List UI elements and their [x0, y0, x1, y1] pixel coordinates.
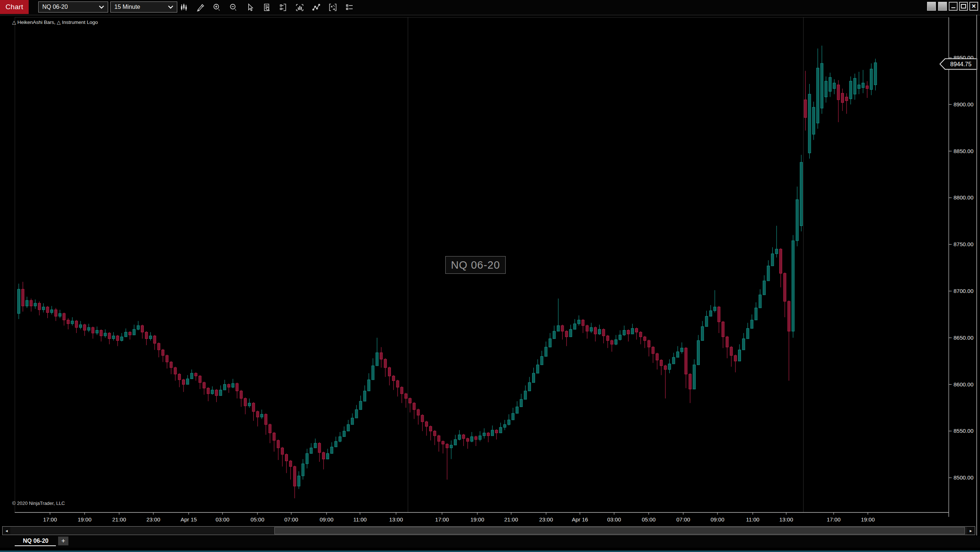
heikenashi-bar-up: [631, 324, 633, 334]
heikenashi-bar-up: [42, 303, 45, 313]
heikenashi-bar-up: [326, 449, 329, 459]
price-tick-label: 8700.00: [953, 288, 974, 294]
heikenashi-bar-up: [713, 290, 716, 313]
heikenashi-bar-up: [483, 428, 485, 439]
heikenashi-bar-down: [30, 298, 32, 312]
heikenashi-bar-down: [788, 300, 790, 381]
heikenashi-bar-up: [471, 432, 473, 442]
heikenashi-bar-up: [125, 328, 127, 337]
heikenashi-bar-down: [611, 340, 613, 352]
heikenashi-bar-down: [178, 373, 181, 387]
chart-canvas[interactable]: 8950.008900.008850.008800.008750.008700.…: [0, 0, 980, 552]
heikenashi-bar-up: [71, 317, 73, 326]
heikenashi-bar-up: [335, 437, 337, 447]
heikenashi-bar-down: [685, 347, 687, 388]
heikenashi-bar-down: [446, 443, 448, 480]
heikenashi-bar-up: [248, 399, 251, 408]
time-tick-label: 07:00: [676, 516, 690, 523]
heikenashi-bar-up: [668, 359, 671, 373]
heikenashi-bar-up: [536, 359, 539, 373]
heikenashi-bar-down: [54, 308, 57, 321]
time-tick-label: 13:00: [779, 516, 793, 523]
heikenashi-bar-up: [516, 401, 519, 413]
heikenashi-bar-up: [812, 102, 815, 140]
heikenashi-bar-up: [479, 431, 481, 441]
heikenashi-bar-up: [693, 359, 695, 389]
heikenashi-bar-down: [166, 354, 169, 369]
heikenashi-bar-up: [88, 324, 90, 332]
time-tick-label: 11:00: [353, 516, 367, 523]
heikenashi-bar-down: [635, 327, 638, 340]
time-tick-label: 07:00: [284, 516, 298, 523]
heikenashi-bar-up: [149, 332, 152, 341]
heikenashi-bar-down: [281, 447, 283, 467]
time-tick-label: Apr 16: [572, 516, 588, 523]
heikenashi-bar-down: [734, 354, 737, 372]
scrollbar-thumb[interactable]: [274, 527, 965, 534]
tab-nq-06-20[interactable]: NQ 06-20: [16, 536, 56, 546]
heikenashi-bar-up: [298, 471, 300, 489]
heikenashi-bar-up: [619, 330, 622, 341]
heikenashi-bar-up: [833, 79, 835, 94]
scrollbar-left-arrow-icon[interactable]: ◄: [3, 527, 10, 534]
heikenashi-bar-down: [318, 442, 321, 462]
heikenashi-bar-down: [656, 353, 659, 370]
heikenashi-bar-up: [541, 351, 543, 365]
heikenashi-bar-down: [236, 383, 238, 399]
heikenashi-bar-up: [705, 311, 708, 326]
heikenashi-bar-up: [738, 345, 741, 361]
heikenashi-bar-down: [63, 313, 65, 326]
heikenashi-bar-down: [228, 383, 230, 392]
heikenashi-bar-down: [730, 346, 732, 367]
heikenashi-bar-down: [586, 325, 589, 338]
heikenashi-bar-down: [83, 324, 86, 336]
heikenashi-bar-up: [500, 423, 502, 433]
heikenashi-bar-up: [771, 247, 774, 266]
heikenashi-bar-up: [359, 396, 362, 410]
heikenashi-bar-up: [347, 420, 350, 431]
heikenashi-bar-down: [162, 349, 164, 362]
heikenashi-bar-down: [845, 93, 848, 114]
heikenashi-bar-down: [199, 375, 201, 389]
heikenashi-bar-up: [743, 333, 745, 350]
heikenashi-bar-up: [458, 430, 461, 440]
heikenashi-bar-up: [792, 235, 794, 338]
heikenashi-bar-up: [598, 325, 601, 335]
time-tick-label: 19:00: [78, 516, 92, 523]
heikenashi-bar-up: [796, 187, 798, 246]
scrollbar-right-arrow-icon[interactable]: ►: [967, 527, 975, 534]
heikenashi-bar-down: [252, 402, 255, 421]
heikenashi-bar-up: [314, 439, 317, 448]
heikenashi-bar-up: [224, 380, 226, 390]
time-tick-label: Apr 15: [181, 516, 197, 523]
heikenashi-bar-up: [569, 325, 572, 337]
heikenashi-bar-up: [701, 321, 704, 340]
heikenashi-bar-down: [215, 389, 218, 402]
heikenashi-bar-down: [837, 80, 840, 122]
heikenashi-bar-up: [310, 443, 313, 453]
heikenashi-bar-down: [240, 390, 242, 407]
time-tick-label: 17:00: [827, 516, 841, 523]
heikenashi-bar-up: [508, 414, 510, 425]
heikenashi-bar-up: [121, 333, 123, 341]
heikenashi-bar-down: [466, 437, 469, 448]
heikenashi-bar-up: [368, 373, 370, 391]
chart-objects-label[interactable]: △ HeikenAshi Bars, △ Instrument Logo: [12, 19, 98, 25]
heikenashi-bar-up: [520, 394, 523, 407]
heikenashi-bar-down: [582, 319, 584, 333]
heikenashi-bar-up: [681, 342, 683, 353]
workspace-tab-strip: NQ 06-20 +: [0, 536, 980, 547]
add-tab-button[interactable]: +: [58, 536, 68, 546]
horizontal-scrollbar[interactable]: ◄ ►: [2, 526, 975, 535]
time-tick-label: 05:00: [250, 516, 264, 523]
heikenashi-bar-up: [615, 335, 617, 345]
heikenashi-bar-down: [462, 434, 465, 446]
heikenashi-bar-up: [80, 321, 82, 329]
heikenashi-bar-down: [265, 413, 267, 435]
heikenashi-bar-down: [384, 359, 387, 377]
heikenashi-bar-up: [775, 226, 778, 257]
heikenashi-bar-up: [870, 63, 873, 95]
heikenashi-bar-down: [561, 325, 564, 340]
heikenashi-bar-up: [816, 49, 819, 129]
heikenashi-bar-down: [285, 453, 288, 473]
